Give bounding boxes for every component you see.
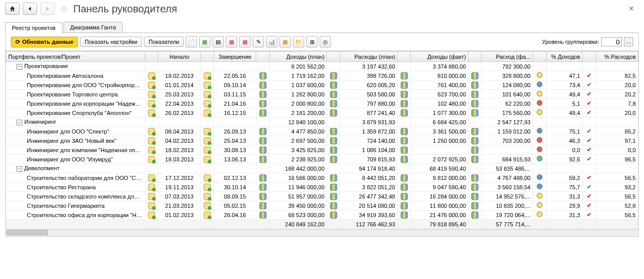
chart-icon — [401, 174, 408, 182]
chart-icon — [330, 109, 337, 117]
status-dot — [537, 91, 542, 96]
chart-icon — [330, 174, 337, 182]
calendar-icon — [204, 184, 211, 191]
chart-icon — [471, 211, 478, 219]
page-title: Панель руководителя — [73, 3, 177, 15]
toolbar: ⟳ Обновить данные Показать настройки Пок… — [5, 33, 639, 51]
status-dot — [537, 146, 542, 152]
chart-icon — [471, 146, 478, 154]
project-row[interactable]: Проектирование для корпорации "Надежн...… — [6, 99, 638, 108]
status-dot — [537, 81, 542, 87]
project-row[interactable]: Строительство Ресторана19.11.201330.10.1… — [6, 183, 638, 192]
status-dot — [537, 137, 542, 143]
group-row[interactable]: −Инжиниринг12 840 100,003 879 931,936 68… — [6, 118, 638, 127]
chart-icon — [401, 128, 408, 135]
project-row[interactable]: Строительство складского комплекса для .… — [6, 192, 638, 201]
chart-icon — [330, 91, 337, 98]
status-dot — [537, 174, 542, 180]
project-row[interactable]: Строительство Гипермаркета21.03.201305.0… — [6, 201, 638, 210]
status-dot — [537, 72, 542, 78]
project-row[interactable]: Инжиниринг для ЗАО "Новый век"04.02.2013… — [6, 136, 638, 145]
collapse-toggle[interactable]: − — [16, 64, 22, 70]
refresh-button[interactable]: ⟳ Обновить данные — [11, 37, 78, 47]
tb-icon-4[interactable]: ▦ — [226, 36, 237, 47]
calendar-icon — [148, 72, 155, 79]
check-icon: ✔ — [587, 184, 591, 190]
project-row[interactable]: Проектирование для ООО "Стройкорпорац...… — [6, 80, 638, 90]
chart-icon — [401, 193, 408, 200]
tb-icon-2[interactable]: ▦ — [199, 36, 210, 47]
tb-icon-3[interactable]: ▤ — [212, 36, 224, 47]
tb-icon-1[interactable]: 📄 — [186, 36, 197, 47]
home-button[interactable] — [5, 3, 20, 15]
close-button[interactable]: × — [624, 4, 639, 13]
chart-icon — [401, 156, 408, 163]
chart-icon — [401, 211, 408, 219]
tb-icon-11[interactable]: ◎ — [320, 36, 331, 47]
project-row[interactable]: Инжиниринг для компании "Надежная опо...… — [6, 145, 638, 155]
tb-icon-5[interactable]: ▦ — [239, 36, 251, 47]
tab-registry[interactable]: Реестр проектов — [5, 22, 62, 33]
refresh-icon: ⟳ — [15, 39, 20, 45]
tb-icon-9[interactable]: 📁 — [293, 36, 304, 47]
project-row[interactable]: Инжиниринг для ООО "Спектр"08.04.201326.… — [6, 127, 638, 136]
calendar-icon — [148, 193, 155, 200]
project-row[interactable]: Строительство лаборатории для ООО "Спе..… — [6, 173, 638, 183]
status-dot — [537, 184, 542, 189]
calendar-icon — [148, 202, 155, 209]
group-row[interactable]: −Девелопмент188 442 000,0094 174 918,406… — [6, 164, 638, 173]
project-row[interactable]: Проектирование Торгового центра25.03.201… — [6, 90, 638, 99]
calendar-icon — [204, 156, 211, 163]
tabs: Реестр проектов Диаграмма Ганта — [5, 22, 639, 33]
project-row[interactable]: Проектирование Спортклуба "Аполлон"26.02… — [6, 108, 638, 118]
favorite-icon[interactable]: ☆ — [60, 3, 68, 14]
chart-icon — [401, 184, 408, 191]
tb-icon-7[interactable]: 📊 — [266, 36, 277, 47]
back-button[interactable] — [23, 3, 37, 15]
chart-icon — [330, 156, 337, 163]
chart-icon — [471, 174, 478, 182]
forward-button[interactable] — [40, 3, 55, 15]
chart-icon — [471, 100, 478, 107]
group-row[interactable]: −Проектирование8 201 562,003 197 432,603… — [6, 62, 638, 71]
chart-icon — [330, 137, 337, 144]
tb-icon-10[interactable]: ⊞ — [306, 36, 318, 47]
chart-icon — [330, 202, 337, 209]
project-row[interactable]: Строительство офиса для корпорации "На..… — [6, 210, 638, 220]
tab-gantt[interactable]: Диаграмма Ганта — [63, 22, 123, 32]
chart-icon — [401, 91, 408, 98]
group-level-picker[interactable]: … — [624, 37, 633, 46]
chart-icon — [259, 202, 267, 209]
group-level-label: Уровень группировки: — [542, 39, 599, 45]
chart-icon — [259, 100, 267, 107]
calendar-icon — [204, 100, 211, 107]
collapse-toggle[interactable]: − — [16, 166, 22, 172]
chart-icon — [471, 81, 478, 89]
check-icon: ✔ — [587, 109, 591, 116]
tb-icon-8[interactable]: ▦ — [279, 36, 291, 47]
calendar-icon — [148, 109, 155, 117]
chart-icon — [259, 184, 267, 191]
chart-icon — [330, 72, 337, 79]
check-icon: ✔ — [587, 81, 591, 88]
group-level-input[interactable] — [601, 37, 622, 46]
chart-icon — [330, 128, 337, 135]
calendar-icon — [148, 211, 155, 219]
chart-icon — [259, 193, 267, 200]
project-row[interactable]: Проектирование Автосалона18.02.201322.05… — [6, 71, 638, 80]
chart-icon — [330, 184, 337, 191]
chart-icon — [259, 81, 267, 89]
project-row[interactable]: Инжиниринг для ООО "Изумруд"18.03.201313… — [6, 155, 638, 164]
collapse-toggle[interactable]: − — [16, 120, 22, 125]
check-icon: ✔ — [587, 128, 591, 134]
horizontal-scrollbar[interactable] — [6, 229, 638, 236]
show-settings-button[interactable]: Показать настройки — [80, 37, 142, 47]
chart-icon — [401, 109, 408, 117]
chart-icon — [259, 211, 267, 219]
calendar-icon — [148, 146, 155, 154]
projects-grid[interactable]: Портфель проектов/Проект Начало Завершен… — [6, 51, 638, 229]
indicators-button[interactable]: Показатели — [144, 37, 184, 47]
check-icon: ✔ — [587, 193, 591, 199]
chart-icon — [330, 211, 337, 219]
tb-icon-6[interactable]: ✎ — [253, 36, 264, 47]
